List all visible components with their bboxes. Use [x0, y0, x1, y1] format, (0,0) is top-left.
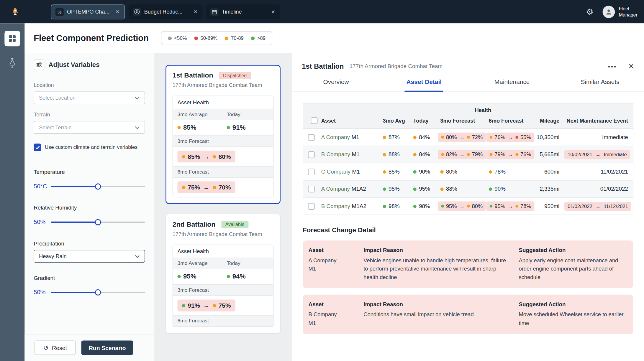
asset-name[interactable]: A CompanyM1 [319, 134, 377, 140]
table-row-b-company-m1a2[interactable]: B CompanyM1A2 98% 98% 95%→80% 95%→78% 95… [303, 197, 633, 215]
status-dot [227, 275, 230, 278]
asset-health-box: Asset Health 3mo Average Today 85% 91% 3… [173, 95, 274, 197]
row-checkbox[interactable] [308, 186, 314, 192]
battalion-card-1st[interactable]: 1st Battalion Dispatched 177th Armored B… [165, 65, 281, 204]
today-cell: 95% [407, 186, 435, 192]
custom-climate-checkbox-row[interactable]: Use custom climate and terrain variables [34, 144, 145, 151]
precipitation-select[interactable]: Heavy Rain [34, 250, 145, 263]
asset-name[interactable]: B CompanyM1A2 [319, 203, 377, 209]
close-icon[interactable]: ✕ [193, 8, 199, 15]
status-dot [177, 126, 181, 129]
tab-label: OPTEMPO Cha... [67, 9, 111, 15]
forecast-6mo-label: 6mo Forecast [173, 315, 273, 327]
battalion-name: 1st Battalion [173, 71, 213, 79]
tab-similar-assets[interactable]: Similar Assets [556, 78, 644, 91]
arrow-right-icon: → [508, 134, 513, 140]
forecast-change-card: Asset A Company M1 Impact Reason Vehicle… [303, 240, 633, 288]
sidebar-dashboard-button[interactable] [4, 31, 20, 46]
today-cell: 90% [407, 169, 435, 175]
forecast-6mo-cell: 90% [483, 186, 531, 192]
avg-health-value: 85% [177, 124, 227, 131]
arrow-right-icon: → [203, 153, 209, 160]
settings-gear-icon[interactable]: ⚙ [586, 7, 593, 17]
mileage-cell: 950mi [532, 203, 564, 209]
calendar-icon [210, 8, 219, 16]
asset-name[interactable]: A CompanyM1A2 [319, 186, 377, 192]
forecast-3mo-cell: 80% [435, 169, 483, 175]
select-all-checkbox[interactable] [311, 117, 317, 124]
more-menu-icon[interactable]: ••• [608, 63, 617, 70]
temperature-slider-thumb[interactable] [95, 183, 101, 189]
gradient-slider-thumb[interactable] [95, 289, 101, 296]
percent-icon: % [55, 8, 64, 16]
col-header-health-group: Health [435, 103, 532, 113]
humidity-slider[interactable] [51, 218, 145, 226]
tab-budget[interactable]: $ Budget Reduc... ✕ [129, 4, 203, 19]
table-row-a-company-m1a2[interactable]: A CompanyM1A2 95% 95% 88% 90% 2,335mi 01… [303, 180, 633, 197]
row-checkbox[interactable] [308, 169, 314, 175]
checkbox-checked[interactable] [34, 144, 41, 151]
avg-cell: 95% [377, 186, 407, 192]
tab-timeline[interactable]: Timeline ✕ [206, 4, 280, 19]
legend-item: >89 [251, 35, 266, 41]
status-dot [182, 186, 185, 189]
arrow-right-icon: → [203, 184, 209, 191]
status-dot [168, 36, 172, 40]
battalion-card-2nd[interactable]: 2nd Battalion Available 177th Armored Br… [165, 214, 281, 334]
avg-cell: 87% [377, 134, 407, 140]
check-icon [35, 146, 40, 149]
table-header: Asset 3mo Avg Today Health 3mo Forecast … [303, 103, 633, 128]
next-maintenance-cell: 10/02/2021→Immediate [564, 150, 635, 159]
legend-item: 50-69% [194, 35, 217, 41]
gradient-slider[interactable] [51, 289, 145, 296]
status-dot [177, 275, 181, 278]
table-row-a-company-m1[interactable]: A CompanyM1 87% 84% 80%→72% 76%→55% 10,3… [303, 128, 633, 146]
next-maintenance-cell: 01/02/2022 [564, 186, 633, 192]
row-checkbox[interactable] [308, 203, 314, 209]
table-row-b-company-m1[interactable]: B CompanyM1 88% 84% 82%→79% 79%→76% 5,66… [303, 146, 633, 163]
sidebar-lab-button[interactable]: A [4, 55, 20, 71]
humidity-slider-thumb[interactable] [95, 219, 101, 225]
forecast-6mo-cell: 76%→55% [483, 133, 531, 142]
terrain-select[interactable]: Select Terrain [34, 121, 145, 134]
close-icon[interactable]: ✕ [628, 62, 634, 70]
status-dot [213, 304, 216, 307]
status-dot [225, 36, 229, 40]
forecast-change-section: Forecast Change Detail Asset A Company M… [292, 215, 644, 334]
col-header-6mo-forecast: 6mo Forecast [483, 113, 531, 128]
tab-asset-detail[interactable]: Asset Detail [380, 78, 468, 91]
tab-label: Timeline [222, 9, 267, 15]
workspace-tabs: % OPTEMPO Cha... ✕ $ Budget Reduc... ✕ T… [51, 4, 280, 19]
asset-name[interactable]: B CompanyM1 [319, 151, 377, 158]
tab-maintenance[interactable]: Maintenance [468, 78, 556, 91]
forecast-6mo-label: 6mo Forecast [173, 166, 273, 178]
run-scenario-button[interactable]: Run Scenario [81, 341, 133, 355]
asset-table: Asset 3mo Avg Today Health 3mo Forecast … [303, 103, 633, 215]
legend-item: 70-89 [225, 35, 244, 41]
fc-asset-value: A Company M1 [309, 256, 341, 273]
person-icon [605, 8, 612, 15]
chevron-down-icon [135, 255, 140, 258]
gradient-value: 50% [34, 289, 51, 295]
user-avatar[interactable] [602, 6, 615, 18]
row-checkbox[interactable] [308, 134, 314, 141]
tab-overview[interactable]: Overview [292, 78, 380, 91]
asset-name[interactable]: C CompanyM1 [319, 169, 377, 175]
temperature-slider[interactable] [51, 183, 145, 190]
tab-optempo[interactable]: % OPTEMPO Cha... ✕ [51, 4, 125, 19]
close-icon[interactable]: ✕ [114, 8, 120, 15]
tab-label: Budget Reduc... [144, 9, 189, 15]
reset-button[interactable]: ↺ Reset [35, 341, 76, 355]
table-row-c-company-m1[interactable]: C CompanyM1 85% 90% 80% 78% 600mi 11/02/… [303, 163, 633, 180]
forecast-change-card: Asset B Company M1 Impact Reason Conditi… [303, 295, 633, 334]
flask-icon [8, 58, 17, 66]
battalion-detail-panel: 1st Battalion 177th Armored Brigade Comb… [292, 53, 644, 361]
app-logo-icon[interactable] [9, 6, 22, 18]
location-select[interactable]: Select Location [34, 91, 145, 104]
close-icon[interactable]: ✕ [270, 8, 276, 15]
arrow-right-icon: → [508, 151, 513, 158]
detail-tabs: Overview Asset Detail Maintenance Simila… [292, 78, 644, 92]
fc-asset-label: Asset [309, 301, 354, 307]
battalion-team: 177th Armored Brigade Combat Team [173, 82, 274, 88]
row-checkbox[interactable] [308, 151, 314, 158]
